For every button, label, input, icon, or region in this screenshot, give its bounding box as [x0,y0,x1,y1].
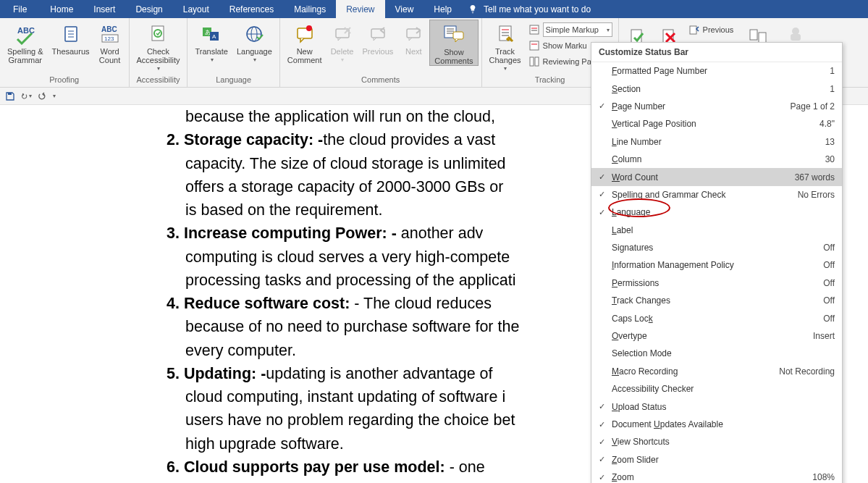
markup-value: Simple Markup [546,25,599,34]
option-value: 13 [825,137,842,147]
tell-me-label: Tell me what you want to do [484,4,591,14]
svg-rect-28 [453,32,463,39]
svg-point-18 [306,25,312,31]
translate-button[interactable]: あA Translate▾ [190,20,232,64]
tab-references[interactable]: References [219,0,284,18]
status-bar-option[interactable]: Track ChangesOff [591,292,842,309]
svg-rect-49 [8,93,12,95]
status-bar-option[interactable]: ✓View Shortcuts [591,433,842,450]
new-comment-button[interactable]: New Comment [283,20,326,64]
check-icon: ✓ [591,101,612,111]
tab-design[interactable]: Design [125,0,172,18]
option-label: Section [612,84,830,94]
status-bar-option[interactable]: Line Number13 [591,133,842,151]
status-bar-option[interactable]: Section1 [591,80,842,97]
tab-layout[interactable]: Layout [173,0,219,18]
qat-customize[interactable]: ▾ [53,93,56,99]
show-markup-label: Show Marku [543,41,587,50]
tab-home[interactable]: Home [40,0,83,18]
status-bar-option[interactable]: ✓Spelling and Grammar CheckNo Errors [591,186,842,203]
next-comment-label: Next [405,47,422,56]
status-bar-option[interactable]: SignaturesOff [591,239,842,256]
option-value: 367 words [795,172,842,182]
status-bar-option[interactable]: Selection Mode [591,345,842,362]
show-comments-label: Show Comments [434,48,473,65]
status-bar-option[interactable]: ✓Document Updates Available [591,416,842,433]
option-label: Zoom [612,472,812,482]
tab-insert[interactable]: Insert [83,0,125,18]
word-count-button[interactable]: ABC123 Word Count [94,20,126,64]
status-bar-option[interactable]: Caps LockOff [591,309,842,327]
tab-help[interactable]: Help [424,0,462,18]
status-bar-option[interactable]: Vertical Page Position4.8" [591,115,842,133]
status-bar-option[interactable]: OvertypeInsert [591,327,842,345]
tell-me[interactable]: Tell me what you want to do [468,4,591,14]
track-changes-button[interactable]: Track Changes▾ [485,20,526,72]
changes-previous-button[interactable]: Previous [688,22,734,37]
track-changes-icon [495,24,515,44]
option-label: Vertical Page Position [612,119,819,129]
status-bar-option[interactable]: Column30 [591,151,842,168]
option-label: Page Number [612,101,791,112]
option-label: Upload Status [612,402,835,412]
previous-change-icon [688,24,700,35]
status-bar-option[interactable]: ✓Page NumberPage 1 of 2 [591,98,842,115]
svg-text:A: A [212,33,216,40]
delete-comment-button[interactable]: Delete▾ [326,20,358,64]
check-icon: ✓ [591,420,612,429]
svg-rect-45 [750,30,757,40]
status-bar-option[interactable]: Accessibility Checker [591,380,842,398]
option-label: Caps Lock [612,314,823,324]
tab-mailings[interactable]: Mailings [284,0,336,18]
prev-comment-icon [368,25,387,43]
group-proofing: ABC Spelling & Grammar Thesaurus ABC123 … [0,18,130,87]
option-label: Macro Recording [612,366,779,377]
markup-combo[interactable]: Simple Markup▾ [528,22,612,37]
status-bar-option[interactable]: Macro RecordingNot Recording [591,363,842,380]
wordcount-icon: ABC123 [99,23,121,45]
option-label: Track Changes [612,295,823,306]
option-value: Off [823,260,842,270]
undo-button[interactable]: ▾ [20,91,32,102]
check-icon: ✓ [591,437,612,447]
status-bar-option[interactable]: ✓Zoom Slider [591,451,842,469]
prev-comment-button[interactable]: Previous [358,20,398,56]
reviewing-pane-label: Reviewing Pa [543,57,591,66]
check-icon: ✓ [591,402,612,411]
accessibility-icon [148,24,168,44]
translate-icon: あA [201,23,222,45]
option-value: 108% [812,472,842,482]
show-comments-button[interactable]: Show Comments [429,20,478,66]
spelling-grammar-button[interactable]: ABC Spelling & Grammar [3,20,48,64]
svg-rect-46 [759,33,766,43]
check-accessibility-button[interactable]: Check Accessibility▾ [132,20,185,72]
check-icon: ✓ [591,208,612,217]
changes-prev-label: Previous [703,25,734,34]
tab-review[interactable]: Review [336,0,384,18]
status-bar-option[interactable]: ✓Language [591,203,842,221]
status-bar-option[interactable]: ✓Upload Status [591,398,842,415]
language-button[interactable]: Language▾ [232,20,277,64]
save-button[interactable] [4,91,16,102]
svg-rect-33 [530,25,539,34]
option-value: Off [823,314,842,324]
tab-file[interactable]: File [0,0,40,18]
check-icon: ✓ [591,172,612,182]
status-bar-option[interactable]: Label [591,222,842,239]
restrict-icon [786,25,805,43]
tab-view[interactable]: View [385,0,424,18]
group-accessibility-label: Accessibility [132,74,185,87]
option-value: 1 [830,66,842,76]
option-value: Insert [813,331,842,341]
option-label: Spelling and Grammar Check [612,190,798,200]
redo-button[interactable] [36,91,48,102]
group-language: あA Translate▾ Language▾ Language [187,18,279,87]
status-bar-option[interactable]: PermissionsOff [591,274,842,292]
next-comment-button[interactable]: Next [397,20,429,56]
status-bar-option[interactable]: Information Management PolicyOff [591,256,842,274]
status-bar-option[interactable]: ✓Word Count367 words [591,168,842,185]
status-bar-option[interactable]: Formatted Page Number1 [591,62,842,80]
svg-rect-48 [791,34,801,41]
status-bar-option[interactable]: ✓Zoom108% [591,469,842,483]
thesaurus-button[interactable]: Thesaurus [48,20,94,56]
